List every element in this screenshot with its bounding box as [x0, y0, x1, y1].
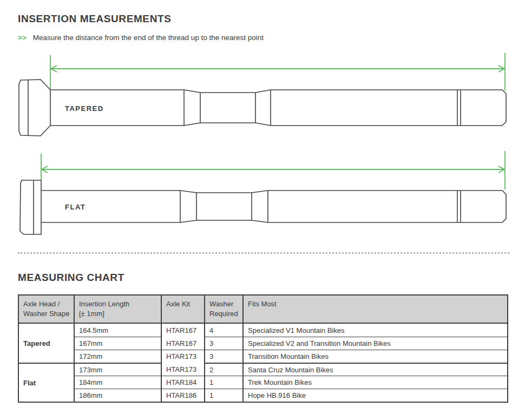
cell-washer-required: 4	[205, 324, 244, 337]
cell-axle-kit: HTAR167	[162, 337, 205, 350]
axle-shaft	[41, 191, 506, 222]
cell-insertion-length: 164.5mm	[75, 324, 162, 337]
cell-axle-kit: HTAR167	[162, 324, 205, 337]
cell-washer-required: 1	[205, 389, 244, 402]
dotted-divider	[18, 252, 509, 254]
flat-axle-outline	[20, 180, 506, 234]
flat-axle-diagram	[0, 149, 525, 245]
cell-fits-most: Santa Cruz Mountain Bikes	[244, 363, 507, 376]
cell-fits-most: Trek Mountain Bikes	[244, 376, 507, 389]
measuring-chart-table: Axle Head / Washer Shape Insertion Lengt…	[18, 294, 508, 403]
cell-fits-most: Specialized V2 and Transition Mountain B…	[244, 337, 507, 350]
col-header-fits-most: Fits Most	[244, 296, 507, 324]
header-line: Washer Shape	[23, 309, 70, 319]
header-line: Axle Kit	[166, 299, 190, 309]
col-header-axle-kit: Axle Kit	[162, 296, 205, 324]
header-line: Insertion Length	[79, 299, 129, 309]
cell-insertion-length: 173mm	[75, 363, 162, 376]
cell-axle-kit: HTAR173	[162, 363, 205, 376]
page: INSERTION MEASUREMENTS >>Measure the dis…	[0, 0, 525, 420]
measuring-chart-title: MEASURING CHART	[18, 272, 124, 284]
cell-fits-most: Hope HB.916 Bike	[244, 389, 507, 402]
cell-insertion-length: 172mm	[75, 350, 162, 363]
col-header-insertion-length: Insertion Length [± 1mm]	[75, 296, 162, 324]
header-line: [± 1mm]	[79, 309, 104, 319]
cell-fits-most: Transition Mountain Bikes	[244, 350, 507, 363]
measurement-arrow	[41, 151, 505, 189]
cell-axle-kit: HTAR186	[162, 389, 205, 402]
cell-shape-tapered: Tapered	[19, 324, 75, 363]
tapered-label: TAPERED	[65, 104, 104, 113]
col-header-axle-head-washer-shape: Axle Head / Washer Shape	[19, 296, 75, 324]
cell-fits-most: Specialized V1 Mountain Bikes	[244, 324, 507, 337]
cell-washer-required: 1	[205, 376, 244, 389]
measurement-arrow	[50, 53, 505, 90]
cell-axle-kit: HTAR184	[162, 376, 205, 389]
cell-insertion-length: 184mm	[75, 376, 162, 389]
cell-washer-required: 2	[205, 363, 244, 376]
cell-insertion-length: 186mm	[75, 389, 162, 402]
cell-washer-required: 3	[205, 337, 244, 350]
tapered-axle-head	[19, 80, 50, 136]
axle-shaft	[50, 90, 506, 126]
header-line: Axle Head /	[23, 299, 60, 309]
page-title: INSERTION MEASUREMENTS	[18, 13, 171, 25]
header-line: Fits Most	[248, 299, 277, 309]
instruction-line: >>Measure the distance from the end of t…	[18, 34, 264, 42]
tapered-axle-diagram	[0, 51, 525, 148]
cell-insertion-length: 167mm	[75, 337, 162, 350]
header-line: Required	[209, 309, 238, 319]
cell-shape-flat: Flat	[19, 363, 75, 402]
col-header-washer-required: Washer Required	[205, 296, 244, 324]
cell-washer-required: 3	[205, 350, 244, 363]
instruction-text: Measure the distance from the end of the…	[33, 34, 264, 42]
flat-axle-head	[20, 180, 41, 234]
cell-axle-kit: HTAR173	[162, 350, 205, 363]
header-line: Washer	[209, 299, 233, 309]
double-chevron-icon: >>	[18, 34, 27, 42]
flat-label: FLAT	[65, 203, 86, 211]
